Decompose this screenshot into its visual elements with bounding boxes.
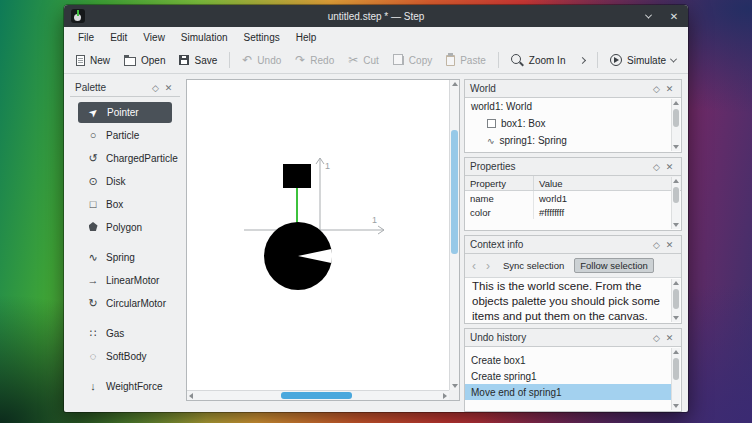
toolbar-overflow-button[interactable]: [574, 54, 591, 67]
scrollbar-thumb[interactable]: [451, 130, 458, 254]
titlebar[interactable]: untitled.step * — Step ✕: [64, 5, 688, 27]
scene-canvas[interactable]: 1 1: [187, 80, 449, 390]
table-row-name[interactable]: name world1: [465, 191, 681, 205]
properties-table: Property Value name world1 color #ffffff…: [465, 176, 681, 230]
scroll-down-icon[interactable]: [673, 223, 679, 227]
palette-item-chargedparticle[interactable]: ↺ ChargedParticle: [70, 147, 180, 170]
palette-item-weightforce[interactable]: ↓ WeightForce: [70, 375, 180, 398]
scrollbar-thumb[interactable]: [673, 289, 679, 309]
scrollbar-thumb[interactable]: [673, 109, 679, 127]
menu-file[interactable]: File: [70, 29, 102, 46]
panel-scrollbar[interactable]: [671, 348, 680, 410]
undo-item-move-end-of-spring1[interactable]: Move end of spring1: [465, 384, 671, 400]
table-row-color[interactable]: color #ffffffff: [465, 205, 681, 219]
scroll-up-icon[interactable]: [452, 82, 458, 86]
sync-selection-button[interactable]: Sync selection: [497, 258, 570, 273]
save-button[interactable]: Save: [173, 51, 223, 70]
close-panel-button[interactable]: ✕: [663, 240, 676, 250]
menu-help[interactable]: Help: [288, 29, 325, 46]
float-panel-button[interactable]: ◇: [149, 83, 162, 93]
float-panel-button[interactable]: ◇: [650, 333, 663, 343]
main-area: Palette ◇ ✕ ➤ Pointer ○ Particle ↺ Charg…: [64, 74, 688, 412]
cut-button[interactable]: ✂ Cut: [342, 50, 385, 70]
close-panel-button[interactable]: ✕: [162, 83, 175, 93]
column-header-property[interactable]: Property: [465, 176, 533, 190]
context-panel-header: Context info ◇ ✕: [465, 236, 681, 254]
scrollbar-thumb[interactable]: [673, 358, 679, 380]
copy-icon: [396, 56, 404, 65]
palette-item-gas[interactable]: ∷ Gas: [70, 322, 180, 345]
y-axis-label: 1: [325, 161, 330, 171]
palette-item-box[interactable]: □ Box: [70, 193, 180, 216]
tree-item-box1[interactable]: box1: Box: [465, 115, 681, 132]
scroll-up-icon[interactable]: [673, 350, 679, 354]
scroll-left-icon[interactable]: [189, 393, 193, 399]
scroll-up-icon[interactable]: [673, 179, 679, 183]
close-icon: ✕: [670, 11, 678, 22]
palette-item-circularmotor[interactable]: ↻ CircularMotor: [70, 292, 180, 315]
open-button[interactable]: Open: [118, 51, 171, 70]
properties-panel: Properties ◇ ✕ Property Value name world…: [464, 157, 682, 231]
column-header-value[interactable]: Value: [533, 176, 681, 190]
panel-scrollbar[interactable]: [671, 99, 680, 151]
palette-item-disk[interactable]: ⊙ Disk: [70, 170, 180, 193]
world-canvas[interactable]: 1 1: [186, 79, 460, 401]
scroll-up-icon[interactable]: [673, 101, 679, 105]
float-panel-button[interactable]: ◇: [650, 162, 663, 172]
linear-motor-icon: →: [86, 275, 100, 286]
tree-item-spring1[interactable]: ∿ spring1: Spring: [465, 132, 681, 149]
scrollbar-corner: [449, 390, 459, 400]
palette-item-softbody[interactable]: ◌ SoftBody: [70, 345, 180, 368]
scroll-down-icon[interactable]: [673, 145, 679, 149]
panel-scrollbar[interactable]: [671, 177, 680, 229]
copy-button[interactable]: Copy: [387, 51, 438, 70]
follow-selection-button[interactable]: Follow selection: [574, 258, 654, 273]
scrollbar-thumb[interactable]: [281, 392, 352, 399]
box1-checkbox[interactable]: [487, 119, 496, 128]
float-panel-button[interactable]: ◇: [650, 84, 663, 94]
close-panel-button[interactable]: ✕: [663, 84, 676, 94]
canvas-vertical-scrollbar[interactable]: [449, 80, 459, 390]
paste-button[interactable]: Paste: [440, 51, 492, 70]
close-button[interactable]: ✕: [666, 8, 682, 24]
palette-item-linearmotor[interactable]: → LinearMotor: [70, 269, 180, 292]
zoom-in-button[interactable]: Zoom In: [505, 50, 572, 71]
scroll-down-icon[interactable]: [452, 384, 458, 388]
scroll-down-icon[interactable]: [673, 316, 679, 320]
palette-item-particle[interactable]: ○ Particle: [70, 124, 180, 147]
palette-item-pointer[interactable]: ➤ Pointer: [78, 102, 172, 123]
undo-item-create-spring1[interactable]: Create spring1: [465, 368, 671, 384]
context-panel-title: Context info: [470, 239, 650, 250]
weight-force-icon: ↓: [86, 381, 100, 392]
forward-button[interactable]: ›: [483, 259, 493, 273]
charged-particle-icon: ↺: [86, 153, 100, 164]
close-panel-button[interactable]: ✕: [663, 333, 676, 343]
panel-scrollbar[interactable]: [671, 279, 680, 322]
palette-item-polygon[interactable]: Polygon: [70, 216, 180, 239]
toolbar-separator: [498, 52, 499, 68]
menu-settings[interactable]: Settings: [236, 29, 288, 46]
menu-view[interactable]: View: [135, 29, 173, 46]
undo-item-create-box1[interactable]: Create box1: [465, 352, 671, 368]
tree-item-world1[interactable]: world1: World: [465, 98, 681, 115]
menu-simulation[interactable]: Simulation: [173, 29, 236, 46]
new-button[interactable]: New: [70, 51, 116, 70]
scroll-up-icon[interactable]: [673, 281, 679, 285]
scroll-down-icon[interactable]: [673, 404, 679, 408]
toolbar-separator: [597, 52, 598, 68]
undo-button[interactable]: ↶ Undo: [236, 50, 287, 70]
redo-button[interactable]: ↷ Redo: [289, 50, 340, 70]
chevron-right-icon: [579, 56, 586, 63]
close-panel-button[interactable]: ✕: [663, 162, 676, 172]
box-object[interactable]: [283, 164, 311, 188]
float-panel-button[interactable]: ◇: [650, 240, 663, 250]
scroll-right-icon[interactable]: [443, 393, 447, 399]
simulate-button[interactable]: Simulate: [604, 50, 682, 70]
menu-edit[interactable]: Edit: [102, 29, 135, 46]
back-button[interactable]: ‹: [469, 259, 479, 273]
canvas-horizontal-scrollbar[interactable]: [187, 390, 449, 400]
minimize-button[interactable]: [640, 8, 656, 24]
spring-icon: ∿: [86, 252, 100, 263]
palette-item-spring[interactable]: ∿ Spring: [70, 246, 180, 269]
scrollbar-thumb[interactable]: [673, 187, 679, 203]
